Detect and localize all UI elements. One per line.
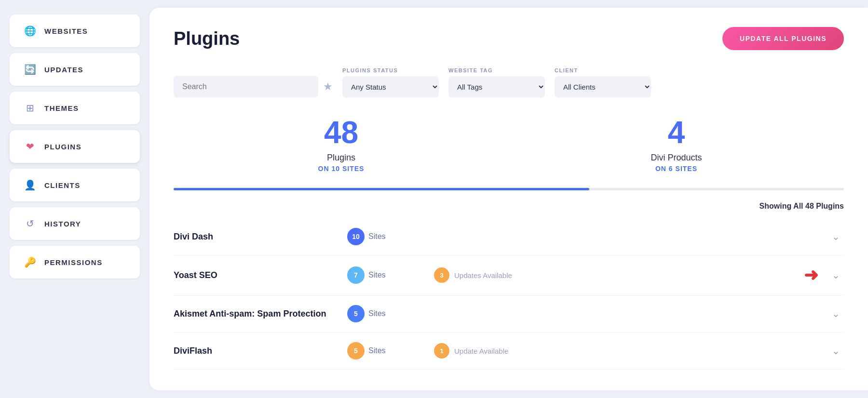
page-title: Plugins bbox=[174, 28, 240, 49]
plugin-row: Divi Dash 10 Sites ⌄ bbox=[174, 218, 844, 255]
sidebar-label-updates: UPDATES bbox=[44, 66, 83, 74]
expand-plugin-button[interactable]: ⌄ bbox=[828, 343, 844, 358]
divi-label: Divi Products bbox=[651, 153, 702, 163]
website-tag-filter: WEBSITE TAG All Tags bbox=[448, 67, 545, 98]
main-content: Plugins UPDATE ALL PLUGINS ★ PLUGINS STA… bbox=[149, 8, 868, 390]
websites-icon: 🌐 bbox=[23, 25, 37, 37]
sidebar-item-clients[interactable]: 👤 CLIENTS bbox=[10, 169, 140, 201]
sidebar-label-permissions: PERMISSIONS bbox=[44, 258, 103, 266]
sidebar: 🌐 WEBSITES 🔄 UPDATES ⊞ THEMES ❤ PLUGINS … bbox=[0, 0, 149, 398]
expand-plugin-button[interactable]: ⌄ bbox=[828, 229, 844, 244]
search-input[interactable] bbox=[174, 76, 318, 98]
expand-plugin-button[interactable]: ⌄ bbox=[828, 306, 844, 321]
sidebar-label-history: HISTORY bbox=[44, 220, 81, 228]
divi-stat: 4 Divi Products ON 6 SITES bbox=[509, 117, 844, 172]
client-select[interactable]: All Clients bbox=[555, 76, 651, 98]
plugin-row: Akismet Anti-spam: Spam Protection 5 Sit… bbox=[174, 295, 844, 332]
sites-label: Sites bbox=[368, 271, 386, 279]
website-tag-select[interactable]: All Tags bbox=[448, 76, 545, 98]
plugins-icon: ❤ bbox=[23, 141, 37, 152]
plugin-updates: 1 Update Available bbox=[434, 343, 818, 358]
star-icon[interactable]: ★ bbox=[323, 80, 333, 93]
sidebar-label-clients: CLIENTS bbox=[44, 181, 81, 189]
updates-text: Update Available bbox=[454, 347, 508, 355]
themes-icon: ⊞ bbox=[23, 102, 37, 114]
sidebar-item-updates[interactable]: 🔄 UPDATES bbox=[10, 53, 140, 86]
plugin-updates: 3 Updates Available bbox=[434, 267, 794, 283]
sites-label: Sites bbox=[368, 346, 386, 355]
updates-text: Updates Available bbox=[454, 271, 512, 279]
sidebar-label-plugins: PLUGINS bbox=[44, 143, 81, 151]
progress-bar bbox=[174, 188, 844, 190]
sidebar-item-plugins[interactable]: ❤ PLUGINS bbox=[10, 130, 140, 163]
sidebar-label-themes: THEMES bbox=[44, 104, 79, 112]
showing-text: Showing All 48 Plugins bbox=[760, 202, 844, 211]
client-label: CLIENT bbox=[555, 67, 651, 73]
search-wrap: ★ bbox=[174, 76, 333, 98]
updates-count-badge: 3 bbox=[434, 267, 449, 283]
plugin-name: DiviFlash bbox=[174, 346, 338, 356]
plugin-name: Yoast SEO bbox=[174, 270, 338, 280]
plugin-sites-badge: 5 Sites bbox=[347, 342, 424, 359]
plugin-sites-badge: 7 Sites bbox=[347, 266, 424, 284]
plugins-sublabel: ON 10 SITES bbox=[318, 165, 365, 172]
plugins-status-label: PLUGINS STATUS bbox=[342, 67, 439, 73]
client-filter: CLIENT All Clients bbox=[555, 67, 651, 98]
updates-count-badge: 1 bbox=[434, 343, 449, 358]
sidebar-item-websites[interactable]: 🌐 WEBSITES bbox=[10, 14, 140, 47]
header-row: Plugins UPDATE ALL PLUGINS bbox=[174, 27, 844, 50]
expand-plugin-button[interactable]: ⌄ bbox=[828, 267, 844, 283]
permissions-icon: 🔑 bbox=[23, 256, 37, 268]
sites-count-badge: 5 bbox=[347, 305, 365, 322]
showing-row: Showing All 48 Plugins bbox=[174, 202, 844, 211]
plugins-count: 48 bbox=[324, 117, 358, 148]
website-tag-label: WEBSITE TAG bbox=[448, 67, 545, 73]
clients-icon: 👤 bbox=[23, 179, 37, 191]
plugin-sites-badge: 5 Sites bbox=[347, 305, 424, 322]
filters-row: ★ PLUGINS STATUS Any Status WEBSITE TAG … bbox=[174, 67, 844, 98]
sites-label: Sites bbox=[368, 232, 386, 241]
plugin-name: Divi Dash bbox=[174, 232, 338, 242]
update-all-button[interactable]: UPDATE ALL PLUGINS bbox=[722, 27, 844, 50]
sidebar-item-history[interactable]: ↺ HISTORY bbox=[10, 207, 140, 240]
progress-bar-fill bbox=[174, 188, 589, 190]
plugin-row: DiviFlash 5 Sites 1 Update Available ⌄ bbox=[174, 332, 844, 370]
stats-row: 48 Plugins ON 10 SITES 4 Divi Products O… bbox=[174, 117, 844, 172]
sidebar-item-themes[interactable]: ⊞ THEMES bbox=[10, 92, 140, 124]
red-arrow-icon: ➜ bbox=[804, 265, 818, 285]
divi-sublabel: ON 6 SITES bbox=[655, 165, 697, 172]
sites-count-badge: 7 bbox=[347, 266, 365, 284]
plugins-status-filter: PLUGINS STATUS Any Status bbox=[342, 67, 439, 98]
plugins-stat: 48 Plugins ON 10 SITES bbox=[174, 117, 509, 172]
sites-count-badge: 5 bbox=[347, 342, 365, 359]
plugin-name: Akismet Anti-spam: Spam Protection bbox=[174, 309, 338, 319]
plugin-row: Yoast SEO 7 Sites 3 Updates Available ➜ … bbox=[174, 255, 844, 295]
plugin-sites-badge: 10 Sites bbox=[347, 228, 424, 245]
sidebar-label-websites: WEBSITES bbox=[44, 27, 88, 35]
plugins-label: Plugins bbox=[327, 153, 355, 163]
sites-count-badge: 10 bbox=[347, 228, 365, 245]
plugins-status-select[interactable]: Any Status bbox=[342, 76, 439, 98]
history-icon: ↺ bbox=[23, 218, 37, 229]
sidebar-item-permissions[interactable]: 🔑 PERMISSIONS bbox=[10, 246, 140, 279]
updates-icon: 🔄 bbox=[23, 64, 37, 75]
plugin-list: Divi Dash 10 Sites ⌄ Yoast SEO 7 Sites 3… bbox=[174, 218, 844, 370]
divi-count: 4 bbox=[668, 117, 685, 148]
sites-label: Sites bbox=[368, 309, 386, 318]
